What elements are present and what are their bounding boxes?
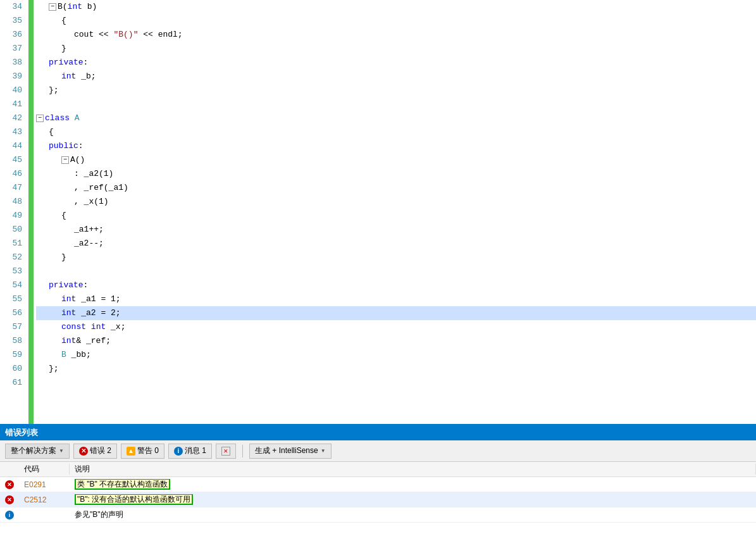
- code-token: int: [61, 70, 76, 84]
- clear-filter-button[interactable]: ✕: [216, 444, 236, 459]
- error-list-panel: 错误列表 整个解决方案 ▼ ✕ 错误 2 ▲ 警告 0 i 消息 1 ✕ 生成 …: [0, 424, 756, 541]
- code-line-46: : _a2(1): [36, 167, 756, 181]
- line-number-59: 59: [12, 348, 25, 362]
- code-line-58: int& _ref;: [36, 334, 756, 348]
- code-token: [70, 111, 75, 125]
- code-token: {: [49, 125, 54, 139]
- line-numbers: 3435363738394041424344454647484950515253…: [0, 0, 28, 424]
- code-content[interactable]: −B(int b){cout << "B()" << endl;}private…: [34, 0, 756, 424]
- code-token: _a2--;: [74, 237, 104, 251]
- code-token: {: [61, 14, 66, 28]
- error-table[interactable]: 代码 说明 ✕E0291类 "B" 不存在默认构造函数✕C2512"B": 没有…: [0, 462, 756, 541]
- code-token: int: [68, 0, 82, 14]
- collapse-icon[interactable]: −: [61, 156, 69, 164]
- code-token: [86, 320, 91, 334]
- green-margin: [28, 0, 34, 424]
- message-filter-button[interactable]: i 消息 1: [168, 444, 212, 459]
- error-code-value[interactable]: E0291: [24, 480, 46, 489]
- code-line-53: [36, 264, 756, 278]
- code-line-59: B _bb;: [36, 348, 756, 362]
- code-line-55: int _a1 = 1;: [36, 292, 756, 306]
- warning-icon: ▲: [127, 447, 135, 456]
- collapse-icon[interactable]: −: [36, 115, 44, 122]
- line-number-50: 50: [12, 223, 25, 237]
- line-number-44: 44: [12, 139, 25, 153]
- code-line-38: private:: [36, 56, 756, 70]
- error-icon-cell: ✕: [0, 480, 19, 489]
- error-row-0[interactable]: ✕E0291类 "B" 不存在默认构造函数: [0, 477, 756, 492]
- code-line-61: [36, 376, 756, 390]
- code-line-35: {: [36, 14, 756, 28]
- error-description-highlighted: "B": 没有合适的默认构造函数可用: [75, 494, 193, 505]
- col-code-header: 代码: [19, 464, 70, 475]
- code-header-label: 代码: [24, 464, 39, 473]
- error-icon: ✕: [79, 447, 88, 456]
- code-line-39: int _b;: [36, 70, 756, 84]
- toolbar-separator: [242, 445, 243, 457]
- line-number-56: 56: [12, 306, 25, 320]
- code-token: _a2 = 2;: [76, 306, 120, 320]
- warning-filter-button[interactable]: ▲ 警告 0: [121, 444, 164, 459]
- code-line-47: , _ref(_a1): [36, 181, 756, 195]
- line-number-51: 51: [12, 237, 25, 251]
- code-token: }: [61, 251, 66, 264]
- code-line-42: −class A: [36, 111, 756, 125]
- code-token: private: [49, 278, 84, 292]
- code-token: :: [78, 139, 84, 153]
- scope-dropdown[interactable]: 整个解决方案 ▼: [5, 444, 70, 459]
- code-line-57: const int _x;: [36, 320, 756, 334]
- line-number-39: 39: [12, 70, 25, 84]
- code-token: };: [49, 362, 59, 376]
- code-token: }: [61, 42, 66, 56]
- message-count-label: 消息 1: [185, 445, 206, 456]
- error-description-highlighted: 类 "B" 不存在默认构造函数: [75, 479, 170, 490]
- code-token: _a1++;: [74, 223, 104, 237]
- error-row-2[interactable]: i参见"B"的声明: [0, 507, 756, 523]
- line-number-60: 60: [12, 362, 25, 376]
- scope-label: 整个解决方案: [11, 445, 56, 456]
- code-line-50: _a1++;: [36, 223, 756, 237]
- code-token: << endl;: [138, 28, 182, 42]
- code-line-54: private:: [36, 278, 756, 292]
- code-token: _x;: [106, 320, 125, 334]
- error-filter-button[interactable]: ✕ 错误 2: [73, 444, 117, 459]
- code-token: B: [61, 348, 66, 362]
- chevron-down-icon-2: ▼: [321, 448, 326, 454]
- line-number-41: 41: [12, 97, 25, 111]
- code-token: private: [49, 56, 84, 70]
- error-count-label: 错误 2: [90, 445, 111, 456]
- error-badge-icon: ✕: [5, 495, 14, 504]
- line-number-57: 57: [12, 320, 25, 334]
- info-badge-icon: i: [5, 511, 14, 519]
- line-number-38: 38: [12, 56, 25, 70]
- line-number-61: 61: [12, 376, 25, 390]
- code-line-49: {: [36, 209, 756, 223]
- line-number-55: 55: [12, 292, 25, 306]
- error-code-cell: E0291: [19, 480, 70, 489]
- intellisense-dropdown[interactable]: 生成 + IntelliSense ▼: [249, 444, 332, 459]
- line-number-49: 49: [12, 209, 25, 223]
- line-number-54: 54: [12, 278, 25, 292]
- code-token: const: [61, 320, 86, 334]
- error-description-cell: 类 "B" 不存在默认构造函数: [70, 479, 756, 490]
- error-code-cell: C2512: [19, 495, 70, 504]
- code-token: _a1 = 1;: [76, 292, 120, 306]
- collapse-icon[interactable]: −: [49, 3, 56, 11]
- code-token: b): [82, 0, 97, 14]
- line-number-35: 35: [12, 14, 25, 28]
- error-row-1[interactable]: ✕C2512"B": 没有合适的默认构造函数可用: [0, 492, 756, 507]
- error-code-value[interactable]: C2512: [24, 495, 46, 504]
- code-line-44: public:: [36, 139, 756, 153]
- error-icon-cell: i: [0, 511, 19, 519]
- code-token: :: [84, 278, 89, 292]
- code-token: };: [49, 84, 59, 97]
- code-line-37: }: [36, 42, 756, 56]
- code-line-52: }: [36, 251, 756, 264]
- code-token: B(: [58, 0, 68, 14]
- info-icon: i: [174, 447, 183, 456]
- error-icon-cell: ✕: [0, 495, 19, 504]
- line-number-43: 43: [12, 125, 25, 139]
- error-description-cell: "B": 没有合适的默认构造函数可用: [70, 494, 756, 505]
- line-number-53: 53: [12, 264, 25, 278]
- code-token: public: [49, 139, 78, 153]
